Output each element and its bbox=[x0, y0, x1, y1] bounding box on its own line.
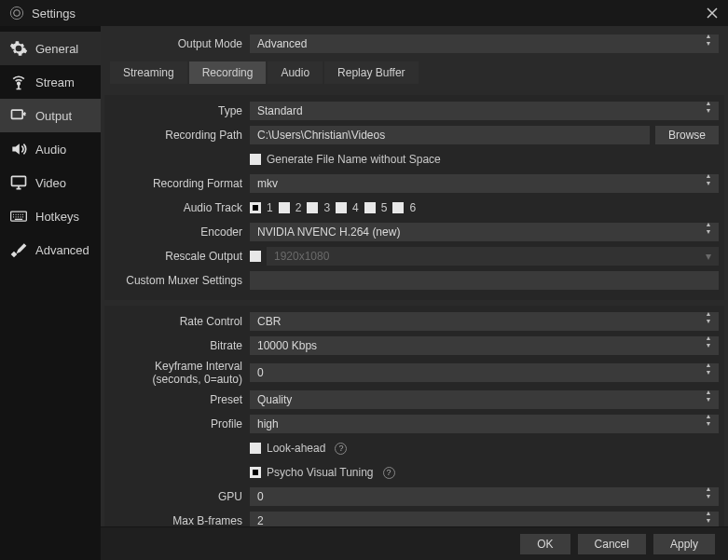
preset-label: Preset bbox=[110, 393, 250, 406]
checkbox-icon bbox=[336, 202, 347, 213]
checkbox-icon bbox=[307, 202, 318, 213]
chevron-updown-icon: ▲▼ bbox=[702, 102, 715, 120]
sidebar-item-hotkeys[interactable]: Hotkeys bbox=[0, 199, 101, 233]
max-bframes-spinner[interactable]: 2▲▼ bbox=[250, 512, 719, 526]
rescale-output-select: 1920x1080▾ bbox=[267, 247, 719, 266]
svg-rect-4 bbox=[12, 176, 26, 185]
antenna-icon bbox=[9, 73, 28, 91]
gear-icon bbox=[9, 39, 28, 58]
sidebar-item-stream[interactable]: Stream bbox=[0, 65, 101, 99]
audio-track-4-checkbox[interactable]: 4 bbox=[336, 201, 359, 214]
svg-rect-3 bbox=[12, 110, 23, 118]
sidebar-item-label: Advanced bbox=[35, 243, 89, 257]
rescale-output-checkbox[interactable] bbox=[250, 251, 261, 262]
gpu-spinner[interactable]: 0▲▼ bbox=[250, 487, 719, 506]
chevron-updown-icon: ▲▼ bbox=[702, 390, 715, 409]
sidebar-item-label: Output bbox=[35, 109, 72, 123]
tab-audio[interactable]: Audio bbox=[268, 61, 323, 84]
monitor-icon bbox=[9, 173, 28, 192]
generate-filename-checkbox[interactable]: Generate File Name without Space bbox=[250, 153, 441, 166]
audio-track-label: Audio Track bbox=[110, 201, 250, 214]
main-panel: Output Mode Advanced ▲▼ Streaming Record… bbox=[101, 26, 728, 560]
tab-streaming[interactable]: Streaming bbox=[110, 61, 187, 84]
profile-label: Profile bbox=[110, 417, 250, 430]
chevron-updown-icon: ▲▼ bbox=[702, 174, 715, 193]
profile-select[interactable]: high▲▼ bbox=[250, 415, 719, 433]
checkbox-icon bbox=[250, 251, 261, 262]
chevron-updown-icon: ▲▼ bbox=[702, 312, 715, 331]
recording-format-label: Recording Format bbox=[110, 177, 250, 190]
gpu-label: GPU bbox=[110, 490, 250, 503]
audio-track-1-checkbox[interactable]: 1 bbox=[250, 201, 273, 214]
sidebar-item-label: Stream bbox=[35, 75, 75, 89]
sidebar-item-label: General bbox=[35, 42, 78, 56]
generate-filename-label: Generate File Name without Space bbox=[267, 153, 441, 166]
audio-track-6-checkbox[interactable]: 6 bbox=[392, 201, 416, 214]
audio-track-3-checkbox[interactable]: 3 bbox=[307, 201, 330, 214]
tab-replay-buffer[interactable]: Replay Buffer bbox=[324, 61, 419, 84]
speaker-icon bbox=[9, 140, 28, 158]
recording-format-select[interactable]: mkv▲▼ bbox=[250, 174, 719, 193]
close-icon[interactable] bbox=[706, 7, 719, 20]
checkbox-icon bbox=[279, 202, 290, 213]
sidebar-item-label: Audio bbox=[35, 143, 66, 157]
spinner-updown-icon[interactable]: ▲▼ bbox=[702, 336, 715, 355]
custom-muxer-input[interactable] bbox=[250, 271, 719, 290]
output-mode-label: Output Mode bbox=[110, 37, 250, 50]
apply-button[interactable]: Apply bbox=[653, 534, 715, 554]
chevron-down-icon: ▾ bbox=[702, 247, 715, 266]
tools-icon bbox=[9, 240, 28, 259]
recording-type-select[interactable]: Standard▲▼ bbox=[250, 102, 719, 120]
svg-point-0 bbox=[10, 7, 22, 19]
browse-button[interactable]: Browse bbox=[655, 126, 719, 144]
type-label: Type bbox=[110, 104, 250, 117]
checkbox-icon bbox=[250, 202, 261, 213]
psycho-visual-checkbox[interactable]: Psycho Visual Tuning bbox=[250, 466, 374, 479]
sidebar-item-label: Video bbox=[35, 176, 66, 190]
spinner-updown-icon[interactable]: ▲▼ bbox=[702, 512, 715, 526]
sidebar-item-label: Hotkeys bbox=[35, 210, 79, 224]
custom-muxer-label: Custom Muxer Settings bbox=[110, 274, 250, 287]
output-mode-value: Advanced bbox=[257, 37, 307, 50]
sidebar-item-video[interactable]: Video bbox=[0, 166, 101, 199]
audio-track-5-checkbox[interactable]: 5 bbox=[364, 201, 388, 214]
tab-recording[interactable]: Recording bbox=[189, 61, 267, 84]
help-icon[interactable]: ? bbox=[383, 467, 395, 479]
settings-window: Settings General Stream Output Audio bbox=[0, 0, 728, 560]
keyframe-interval-label: Keyframe Interval (seconds, 0=auto) bbox=[110, 360, 250, 386]
audio-track-2-checkbox[interactable]: 2 bbox=[279, 201, 302, 214]
rescale-output-label: Rescale Output bbox=[110, 250, 250, 263]
chevron-updown-icon: ▲▼ bbox=[702, 415, 715, 433]
sidebar-item-general[interactable]: General bbox=[0, 32, 101, 65]
preset-select[interactable]: Quality▲▼ bbox=[250, 390, 719, 409]
output-icon bbox=[9, 106, 28, 125]
sidebar-item-output[interactable]: Output bbox=[0, 99, 101, 132]
checkbox-icon bbox=[250, 443, 261, 454]
cancel-button[interactable]: Cancel bbox=[578, 534, 646, 554]
look-ahead-checkbox[interactable]: Look-ahead bbox=[250, 442, 325, 455]
output-mode-select[interactable]: Advanced ▲▼ bbox=[250, 34, 719, 53]
ok-button[interactable]: OK bbox=[520, 534, 570, 554]
bitrate-spinner[interactable]: 10000 Kbps▲▼ bbox=[250, 336, 719, 355]
spinner-updown-icon[interactable]: ▲▼ bbox=[702, 363, 715, 382]
window-title: Settings bbox=[32, 7, 706, 20]
keyframe-interval-spinner[interactable]: 0▲▼ bbox=[250, 363, 719, 382]
recording-path-label: Recording Path bbox=[110, 129, 250, 142]
titlebar: Settings bbox=[0, 0, 728, 26]
sidebar-item-audio[interactable]: Audio bbox=[0, 132, 101, 166]
max-bframes-label: Max B-frames bbox=[110, 514, 250, 526]
recording-path-input[interactable] bbox=[250, 126, 650, 144]
encoder-select[interactable]: NVIDIA NVENC H.264 (new)▲▼ bbox=[250, 223, 719, 241]
chevron-updown-icon: ▲▼ bbox=[702, 223, 715, 241]
help-icon[interactable]: ? bbox=[335, 443, 347, 455]
sidebar-item-advanced[interactable]: Advanced bbox=[0, 233, 101, 266]
rate-control-label: Rate Control bbox=[110, 315, 250, 328]
encoder-label: Encoder bbox=[110, 225, 250, 239]
checkbox-icon bbox=[250, 154, 261, 165]
keyboard-icon bbox=[9, 207, 28, 225]
sidebar: General Stream Output Audio Video Hotkey… bbox=[0, 26, 101, 560]
spinner-updown-icon[interactable]: ▲▼ bbox=[702, 487, 715, 506]
rate-control-select[interactable]: CBR▲▼ bbox=[250, 312, 719, 331]
obs-icon bbox=[9, 6, 24, 20]
checkbox-icon bbox=[364, 202, 376, 213]
